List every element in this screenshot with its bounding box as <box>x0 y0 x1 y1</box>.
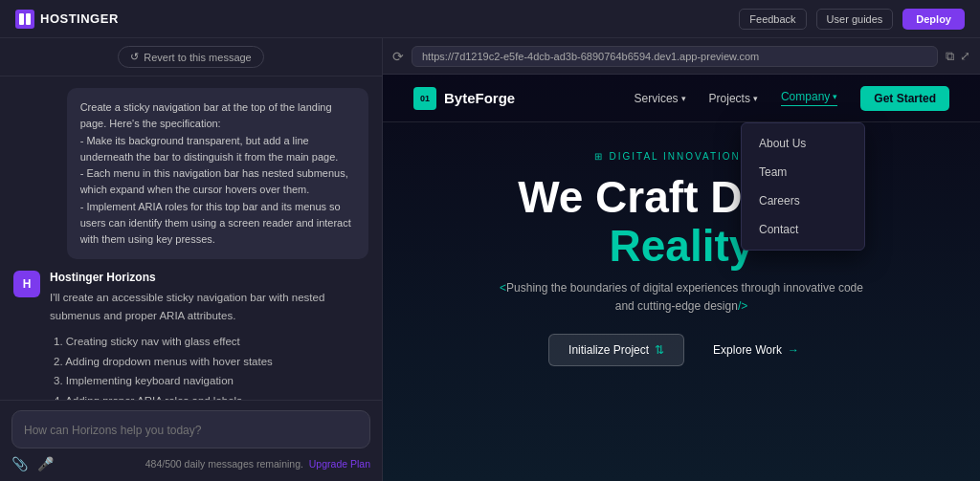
hero-buttons: Initialize Project ⇅ Explore Work → <box>548 334 814 366</box>
top-bar-right: Feedback User guides Deploy <box>739 9 965 30</box>
site-logo-text: ByteForge <box>444 90 515 106</box>
dropdown-item-team[interactable]: Team <box>742 158 864 186</box>
nav-cta-button[interactable]: Get Started <box>860 86 949 111</box>
ai-content: Hostinger Horizons I'll create an access… <box>50 271 368 400</box>
ai-intro: I'll create an accessible sticky navigat… <box>50 289 368 324</box>
chat-input-box <box>11 410 370 448</box>
mic-icon[interactable]: 🎤 <box>37 456 54 471</box>
ai-step-3: 3. Implementing keyboard navigation <box>50 371 368 391</box>
chat-input-area: 📎 🎤 484/500 daily messages remaining. Up… <box>0 400 382 481</box>
message-limit-text: 484/500 daily messages remaining. Upgrad… <box>145 458 370 470</box>
site-nav-links: Services ▾ Projects ▾ Company ▾ Get Star… <box>635 86 949 111</box>
ai-avatar: H <box>13 271 40 297</box>
revert-icon: ↺ <box>130 51 139 63</box>
ai-step-2: 2. Adding dropdown menus with hover stat… <box>50 352 368 372</box>
chevron-down-icon: ▾ <box>681 94 686 103</box>
revert-button[interactable]: ↺ Revert to this message <box>118 46 264 68</box>
preview-panel: ⟳ ⧉ ⤢ 01 ByteForge Services ▾ <box>383 38 980 481</box>
svg-rect-1 <box>26 13 31 25</box>
website-preview: 01 ByteForge Services ▾ Projects ▾ Compa… <box>383 75 980 481</box>
main-layout: ↺ Revert to this message Create a sticky… <box>0 38 980 481</box>
revert-bar: ↺ Revert to this message <box>0 38 382 77</box>
browser-actions: ⧉ ⤢ <box>946 49 970 64</box>
chevron-down-icon: ▾ <box>753 94 758 103</box>
chat-input-footer: 📎 🎤 484/500 daily messages remaining. Up… <box>11 456 370 471</box>
dropdown-menu: About Us Team Careers Contact <box>741 122 865 251</box>
chat-panel: ↺ Revert to this message Create a sticky… <box>0 38 383 481</box>
site-logo: 01 ByteForge <box>413 87 515 110</box>
top-bar-left: HOSTINGER <box>15 10 119 29</box>
explore-work-button[interactable]: Explore Work → <box>698 334 814 366</box>
browser-bar: ⟳ ⧉ ⤢ <box>383 38 980 75</box>
revert-label: Revert to this message <box>144 52 252 63</box>
browser-fullscreen-button[interactable]: ⤢ <box>960 49 970 64</box>
site-logo-icon: 01 <box>413 87 436 110</box>
dropdown-item-careers[interactable]: Careers <box>742 186 864 215</box>
svg-rect-0 <box>19 13 24 25</box>
site-nav: 01 ByteForge Services ▾ Projects ▾ Compa… <box>383 75 980 122</box>
chevron-down-icon: ▾ <box>833 92 837 101</box>
ai-step-4: 4. Adding proper ARIA roles and labels <box>50 391 368 400</box>
dropdown-item-contact[interactable]: Contact <box>742 215 864 244</box>
browser-expand-button[interactable]: ⧉ <box>946 49 954 64</box>
attach-icon[interactable]: 📎 <box>11 456 28 471</box>
feedback-button[interactable]: Feedback <box>739 9 806 30</box>
nav-dropdown: About Us Team Careers Contact <box>383 122 980 251</box>
nav-services[interactable]: Services ▾ <box>635 92 686 105</box>
nav-projects[interactable]: Projects ▾ <box>709 92 758 105</box>
initialize-project-button[interactable]: Initialize Project ⇅ <box>548 334 684 366</box>
nav-company[interactable]: Company ▾ <box>781 90 837 106</box>
ai-step-1: 1. Creating sticky nav with glass effect <box>50 332 368 352</box>
top-bar: HOSTINGER Feedback User guides Deploy <box>0 0 980 38</box>
browser-refresh-button[interactable]: ⟳ <box>392 49 404 64</box>
ai-message: H Hostinger Horizons I'll create an acce… <box>13 271 368 400</box>
browser-url-bar[interactable] <box>412 46 938 67</box>
hostinger-logo-icon <box>15 10 34 29</box>
upgrade-link[interactable]: Upgrade Plan <box>309 458 370 470</box>
equalizer-icon: ⇅ <box>655 343 664 357</box>
hostinger-logo: HOSTINGER <box>15 10 119 29</box>
ai-name: Hostinger Horizons <box>50 271 368 284</box>
chat-messages: Create a sticky navigation bar at the to… <box>0 77 382 400</box>
chat-icons: 📎 🎤 <box>11 456 54 471</box>
deploy-button[interactable]: Deploy <box>902 9 965 30</box>
chat-input[interactable] <box>24 424 358 437</box>
hostinger-logo-text: HOSTINGER <box>40 11 119 26</box>
dropdown-item-aboutus[interactable]: About Us <box>742 129 864 158</box>
hero-subtitle: <Pushing the boundaries of digital exper… <box>500 279 863 316</box>
ai-steps: 1. Creating sticky nav with glass effect… <box>50 332 368 400</box>
user-message: Create a sticky navigation bar at the to… <box>67 88 368 259</box>
user-guides-button[interactable]: User guides <box>816 9 894 30</box>
arrow-right-icon: → <box>788 343 799 357</box>
